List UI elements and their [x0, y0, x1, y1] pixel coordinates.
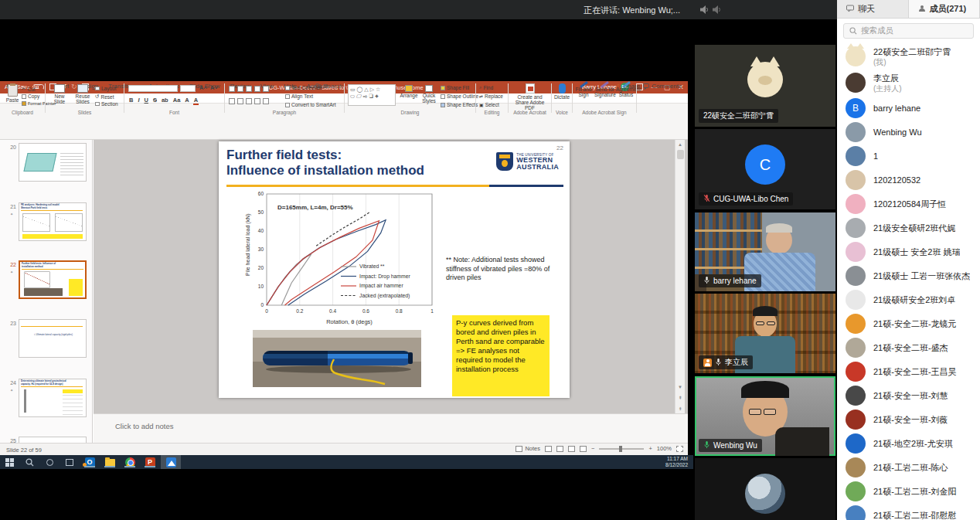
video-tile-5[interactable]: Wenbing Wu: [695, 376, 835, 456]
zoom-slider[interactable]: [599, 448, 644, 450]
font-glyph-2[interactable]: U: [144, 97, 149, 105]
start-button[interactable]: [2, 457, 17, 467]
video-tile-4[interactable]: 李立辰: [695, 294, 835, 373]
slide-thumbnail-25[interactable]: [19, 437, 87, 443]
text-direction-button[interactable]: Text Direction: [285, 85, 322, 90]
file-explorer-icon[interactable]: [102, 457, 117, 467]
fill-and-sign-button[interactable]: Fill and Sign: [573, 83, 594, 97]
scroll-down-icon[interactable]: ▼: [675, 382, 685, 392]
slide-thumbnail-20[interactable]: FE analyses of field tests Hardening soi…: [19, 143, 87, 182]
agreement-status-button[interactable]: Agreement Status: [616, 83, 636, 97]
font-glyph-0[interactable]: B: [128, 97, 134, 105]
member-row[interactable]: 21硕-安全一班-刘薇: [837, 407, 980, 431]
send-for-signature-button[interactable]: Send for Signature: [594, 83, 615, 97]
shape-fill-button[interactable]: Shape Fill: [441, 85, 469, 90]
reading-view-icon[interactable]: [568, 446, 575, 452]
chrome-icon[interactable]: [122, 457, 138, 467]
member-row[interactable]: Bbarry lehane: [837, 96, 980, 120]
font-name-select[interactable]: [128, 85, 178, 92]
font-glyph-7[interactable]: A: [193, 97, 199, 105]
fit-to-window-icon[interactable]: [676, 446, 683, 452]
video-tile-2[interactable]: CCUG-UWA-Libo Chen: [695, 129, 835, 209]
member-row[interactable]: 1: [837, 144, 980, 168]
find-button[interactable]: ⌕Find: [479, 85, 493, 90]
taskbar-search-icon[interactable]: [22, 457, 37, 467]
slideshow-view-icon[interactable]: [580, 446, 587, 452]
align-text-button[interactable]: Align Text: [285, 93, 313, 99]
member-row[interactable]: Wenbing Wu: [837, 120, 980, 144]
align-right-icon[interactable]: [246, 98, 252, 104]
line-spacing-icon[interactable]: [263, 86, 269, 92]
video-tile-6[interactable]: 张云鹏: [695, 458, 835, 520]
member-row[interactable]: 21硕-工岩二班-刘金阳: [837, 479, 980, 503]
shape-gallery[interactable]: ▭ ◯ △ ▷ ☆⬭ ▱ ⇨ ❏ ✦: [348, 84, 396, 106]
member-row[interactable]: 21硕-工岩二班-陈心: [837, 455, 980, 479]
next-slide-icon[interactable]: ⇟: [675, 404, 685, 413]
zoom-level[interactable]: 100%: [657, 445, 672, 452]
tab-members[interactable]: 成员(271): [909, 0, 980, 18]
shape-outline-button[interactable]: Shape Outline: [441, 93, 478, 99]
font-glyph-4[interactable]: ab: [161, 97, 169, 105]
notes-pane[interactable]: Click to add notes: [94, 413, 688, 443]
video-tile-1[interactable]: 22硕安全二班邵宁霄: [695, 45, 835, 127]
shrink-font-button[interactable]: A˅: [209, 84, 219, 91]
member-row[interactable]: 21硕-安全二班-龙镜元: [837, 311, 980, 335]
member-row[interactable]: 21硕-安全一班-刘慧: [837, 383, 980, 407]
vertical-scrollbar[interactable]: ▲ ▼ ⇞ ⇟: [675, 140, 685, 413]
member-row[interactable]: 21级硕士 工岩一班张依杰: [837, 263, 980, 287]
cut-button[interactable]: ✂Cut: [22, 86, 36, 92]
meeting-app-icon[interactable]: [163, 457, 179, 467]
member-row[interactable]: 21级安全硕研2班代娓: [837, 216, 980, 240]
tab-chat[interactable]: 聊天: [837, 0, 909, 18]
member-row[interactable]: 21级硕研安全2班刘卓: [837, 287, 980, 311]
slide-sorter-view-icon[interactable]: [556, 446, 563, 452]
outlook-icon[interactable]: O: [82, 457, 97, 467]
reuse-slides-button[interactable]: Reuse Slides: [72, 84, 94, 104]
slide-thumbnail-23[interactable]: i. Ultimate lateral capacity (rigid pile…: [19, 319, 87, 358]
font-glyph-1[interactable]: I: [137, 97, 140, 105]
select-button[interactable]: ▣Select: [479, 102, 499, 107]
create-pdf-button[interactable]: Create and Share Adobe PDF: [512, 83, 548, 110]
current-slide[interactable]: 22 Further field tests: Influence of ins…: [219, 141, 570, 398]
justify-icon[interactable]: [254, 98, 260, 104]
comments-button[interactable]: Comments: [643, 83, 682, 90]
notes-toggle-button[interactable]: Notes: [516, 445, 540, 452]
normal-view-icon[interactable]: [545, 446, 552, 452]
member-row[interactable]: 1202120532: [837, 168, 980, 192]
copy-button[interactable]: Copy: [22, 93, 39, 99]
member-row[interactable]: 李立辰(主持人): [837, 70, 980, 96]
scrollbar-thumb[interactable]: [677, 150, 684, 159]
member-search-input[interactable]: 搜索成员: [843, 23, 974, 39]
layout-button[interactable]: Layout: [95, 86, 117, 91]
notes-placeholder[interactable]: Click to add notes: [115, 422, 174, 430]
zoom-out-icon[interactable]: −: [591, 445, 594, 452]
dictate-button[interactable]: Dictate: [553, 83, 570, 100]
replace-button[interactable]: ⇄Replace: [479, 93, 503, 99]
powerpoint-taskbar-icon[interactable]: P: [142, 457, 158, 467]
font-glyph-6[interactable]: A: [184, 97, 189, 105]
paste-button[interactable]: Paste: [4, 84, 21, 103]
member-row[interactable]: 21硕-安全二班-盛杰: [837, 335, 980, 359]
font-glyph-5[interactable]: Aa: [172, 97, 182, 105]
member-row[interactable]: 21级硕士 安全2班 姚瑞: [837, 240, 980, 263]
arrange-button[interactable]: Arrange: [399, 85, 419, 98]
new-slide-button[interactable]: New Slide: [49, 84, 70, 104]
align-center-icon[interactable]: [237, 98, 243, 104]
bullets-icon[interactable]: [229, 86, 235, 92]
grow-font-button[interactable]: A˄: [199, 84, 208, 91]
indent-decrease-icon[interactable]: [246, 86, 252, 92]
member-row[interactable]: 21硕-安全二班-王昌昊: [837, 359, 980, 383]
convert-smartart-button[interactable]: Convert to SmartArt: [285, 102, 335, 107]
columns-icon[interactable]: [263, 98, 269, 104]
slide-thumbnail-22[interactable]: Further field tests: Influence of instal…: [19, 260, 87, 299]
numbering-icon[interactable]: [237, 86, 243, 92]
slide-thumbnail-21[interactable]: FE analyses: Hardening soil model Shento…: [19, 202, 87, 241]
font-size-select[interactable]: [180, 85, 196, 92]
member-row[interactable]: 1202120584周子恒: [837, 192, 980, 216]
font-glyph-3[interactable]: S: [152, 97, 158, 105]
cortana-icon[interactable]: [42, 457, 57, 467]
indent-increase-icon[interactable]: [254, 86, 260, 92]
quick-styles-button[interactable]: Quick Styles: [419, 85, 439, 104]
zoom-in-icon[interactable]: +: [648, 445, 652, 452]
section-button[interactable]: Section: [95, 101, 118, 107]
